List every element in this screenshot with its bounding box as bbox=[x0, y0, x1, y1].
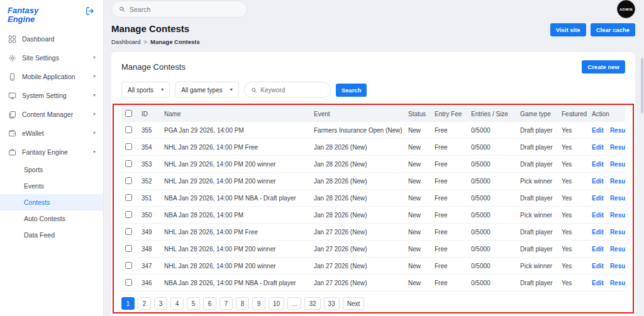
sidebar-subitem-label: Contests bbox=[24, 199, 50, 206]
page-button-1[interactable]: 1 bbox=[121, 297, 135, 310]
cell-name: NBA Jan 29 2026, 14:00 PM NBA - Draft pl… bbox=[160, 190, 310, 207]
cell-event: Jan 28 2026 (New) bbox=[310, 190, 404, 207]
cell-game-type: Draft player bbox=[516, 122, 558, 139]
page-button-9[interactable]: 9 bbox=[252, 297, 265, 310]
edit-link[interactable]: Edit bbox=[592, 178, 604, 185]
sidebar-item-fantasy-engine[interactable]: Fantasy Engine▾ bbox=[0, 143, 103, 161]
page-button-6[interactable]: 6 bbox=[203, 297, 216, 310]
column-header-entry-fee: Entry Fee bbox=[431, 106, 467, 122]
edit-link[interactable]: Edit bbox=[592, 144, 604, 151]
sidebar-subitem-sports[interactable]: Sports bbox=[0, 161, 103, 178]
cell-featured: Yes bbox=[558, 139, 588, 156]
page-button-10[interactable]: 10 bbox=[269, 297, 284, 310]
brand-logo[interactable]: Fantasy Engine bbox=[8, 6, 38, 23]
cell-entry-fee: Free bbox=[431, 190, 467, 207]
edit-link[interactable]: Edit bbox=[592, 246, 604, 253]
sports-select[interactable]: All sports ▾ bbox=[121, 82, 170, 98]
search-button[interactable]: Search bbox=[336, 84, 367, 97]
row-checkbox[interactable] bbox=[125, 262, 132, 269]
sidebar-subitem-auto-contests[interactable]: Auto Contests bbox=[0, 210, 103, 227]
search-icon bbox=[119, 6, 125, 13]
game-types-select[interactable]: All game types ▾ bbox=[175, 82, 239, 98]
sidebar-item-label: Content Manager bbox=[22, 111, 73, 118]
sidebar-item-system-setting[interactable]: System Setting▾ bbox=[0, 86, 103, 105]
table-row: 347NHL Jan 28 2026, 14:00 PM 200 winnerJ… bbox=[121, 258, 625, 275]
result-link[interactable]: Result bbox=[610, 263, 625, 270]
sidebar-item-site-settings[interactable]: Site Settings▾ bbox=[0, 48, 103, 67]
result-link[interactable]: Result bbox=[610, 212, 625, 219]
edit-link[interactable]: Edit bbox=[592, 263, 604, 270]
result-link[interactable]: Result bbox=[610, 127, 625, 134]
scrollbar[interactable] bbox=[641, 58, 643, 113]
table-row: 350NBA Jan 28 2026, 14:00 PMJan 28 2026 … bbox=[121, 207, 625, 224]
page-button-7[interactable]: 7 bbox=[219, 297, 233, 310]
result-link[interactable]: Result bbox=[610, 229, 625, 236]
table-row: 355PGA Jan 29 2026, 14:00 PMFarmers Insu… bbox=[121, 122, 625, 139]
avatar[interactable]: ADMIN bbox=[617, 0, 635, 18]
row-checkbox[interactable] bbox=[125, 126, 132, 133]
chevron-down-icon: ▾ bbox=[161, 87, 164, 92]
cell-entry-fee: Free bbox=[431, 156, 467, 173]
cell-name: NBA Jan 28 2026, 14:00 PM bbox=[160, 207, 310, 224]
sidebar-item-label: Dashboard bbox=[22, 35, 54, 43]
keyword-field[interactable] bbox=[244, 82, 331, 98]
cell-status: New bbox=[404, 258, 431, 275]
edit-link[interactable]: Edit bbox=[592, 195, 604, 202]
chevron-down-icon: ▾ bbox=[93, 112, 96, 117]
row-checkbox[interactable] bbox=[125, 194, 132, 201]
row-checkbox[interactable] bbox=[125, 160, 132, 167]
edit-link[interactable]: Edit bbox=[592, 127, 604, 134]
edit-link[interactable]: Edit bbox=[592, 280, 604, 286]
sidebar-item-ewallet[interactable]: eWallet▾ bbox=[0, 124, 103, 143]
edit-link[interactable]: Edit bbox=[592, 161, 604, 168]
row-checkbox[interactable] bbox=[125, 177, 132, 184]
sidebar-item-dashboard[interactable]: Dashboard bbox=[0, 30, 103, 48]
cell-entries-size: 0/5000 bbox=[467, 275, 516, 291]
result-link[interactable]: Result bbox=[610, 161, 625, 168]
sidebar-subitem-contests[interactable]: Contests bbox=[0, 194, 103, 210]
keyword-input[interactable] bbox=[260, 87, 323, 94]
page-button-4[interactable]: 4 bbox=[170, 297, 184, 310]
edit-link[interactable]: Edit bbox=[592, 212, 604, 219]
global-search[interactable] bbox=[111, 1, 247, 18]
page-title: Manage Contests bbox=[111, 23, 200, 34]
create-new-button[interactable]: Create new bbox=[582, 60, 625, 74]
row-checkbox[interactable] bbox=[125, 143, 132, 150]
column-header-featured: Featured bbox=[558, 106, 588, 122]
result-link[interactable]: Result bbox=[610, 246, 625, 253]
table-row: 351NBA Jan 29 2026, 14:00 PM NBA - Draft… bbox=[121, 190, 625, 207]
cell-id: 346 bbox=[138, 275, 160, 291]
page-button-3[interactable]: 3 bbox=[154, 297, 167, 310]
row-checkbox[interactable] bbox=[125, 211, 132, 218]
sidebar-item-content-manager[interactable]: Content Manager▾ bbox=[0, 105, 103, 124]
logout-icon[interactable] bbox=[86, 6, 96, 16]
sidebar-subitem-events[interactable]: Events bbox=[0, 178, 103, 194]
cell-entries-size: 0/5000 bbox=[467, 122, 516, 139]
cell-entries-size: 0/5000 bbox=[467, 224, 516, 241]
row-checkbox[interactable] bbox=[125, 279, 132, 286]
breadcrumb-dashboard[interactable]: Dashboard bbox=[111, 38, 140, 45]
page-button-32[interactable]: 32 bbox=[304, 297, 320, 310]
sidebar-item-mobile-application[interactable]: Mobile Application▾ bbox=[0, 67, 103, 86]
row-checkbox[interactable] bbox=[125, 245, 132, 252]
sidebar-subitem-data-feed[interactable]: Data Feed bbox=[0, 227, 103, 243]
result-link[interactable]: Result bbox=[610, 144, 625, 151]
visit-site-button[interactable]: Visit site bbox=[550, 23, 586, 36]
result-link[interactable]: Result bbox=[610, 195, 625, 202]
search-input[interactable] bbox=[130, 6, 240, 13]
page-button-2[interactable]: 2 bbox=[138, 297, 151, 310]
clear-cache-button[interactable]: Clear cache bbox=[591, 23, 635, 36]
cell-entries-size: 0/5000 bbox=[467, 139, 516, 156]
next-page-button[interactable]: Next bbox=[343, 297, 365, 310]
cell-id: 351 bbox=[138, 190, 160, 207]
result-link[interactable]: Result bbox=[610, 178, 625, 185]
dashboard-icon bbox=[8, 35, 16, 43]
page-button-33[interactable]: 33 bbox=[324, 297, 340, 310]
page-button-8[interactable]: 8 bbox=[236, 297, 249, 310]
cell-featured: Yes bbox=[558, 122, 588, 139]
edit-link[interactable]: Edit bbox=[592, 229, 604, 236]
result-link[interactable]: Result bbox=[610, 280, 625, 286]
row-checkbox[interactable] bbox=[125, 228, 132, 235]
select-all-checkbox[interactable] bbox=[125, 110, 132, 117]
page-button-5[interactable]: 5 bbox=[187, 297, 200, 310]
